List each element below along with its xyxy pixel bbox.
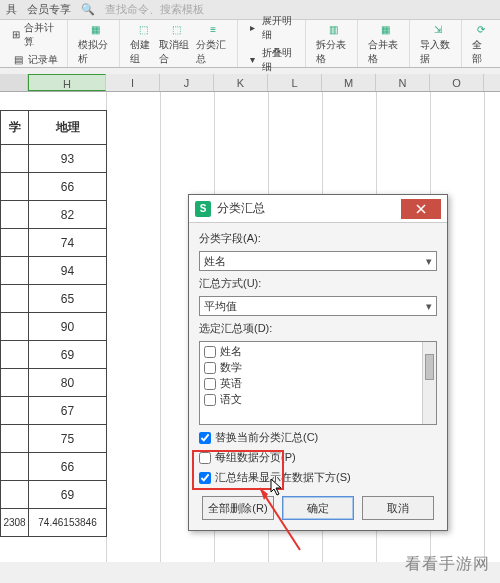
ok-button[interactable]: 确定	[282, 496, 354, 520]
cell[interactable]: 67	[29, 397, 107, 425]
ungroup-button[interactable]: ⬚取消组合	[159, 22, 194, 66]
footer-H[interactable]: 74.46153846	[29, 509, 107, 537]
col-M[interactable]: M	[322, 74, 376, 91]
cell[interactable]: 69	[29, 341, 107, 369]
ungroup-icon: ⬚	[168, 22, 184, 38]
import-data-button[interactable]: ⇲导入数据	[420, 22, 455, 66]
cell[interactable]: 93	[29, 145, 107, 173]
subtotal-icon: ≡	[205, 22, 221, 38]
simulate-icon: ▦	[88, 22, 104, 38]
pagebreak-checkbox-row[interactable]: 每组数据分页(P)	[199, 450, 437, 465]
cell[interactable]: 94	[29, 257, 107, 285]
replace-checkbox[interactable]	[199, 432, 211, 444]
chevron-down-icon: ▾	[426, 300, 432, 313]
cell[interactable]: 65	[29, 285, 107, 313]
method-value: 平均值	[204, 299, 237, 314]
header-left[interactable]: 学	[1, 111, 29, 145]
cell[interactable]: 66	[29, 173, 107, 201]
refresh-all-button[interactable]: ⟳全部	[472, 22, 490, 66]
tab-member[interactable]: 会员专享	[27, 2, 71, 17]
item-checkbox[interactable]	[204, 394, 216, 406]
replace-checkbox-row[interactable]: 替换当前分类汇总(C)	[199, 430, 437, 445]
scrollbar[interactable]	[422, 342, 436, 424]
method-select[interactable]: 平均值 ▾	[199, 296, 437, 316]
create-group-button[interactable]: ⬚创建组	[130, 22, 156, 66]
list-item: 语文	[204, 392, 432, 407]
collapse-icon: ▾	[250, 54, 260, 66]
subtotal-button[interactable]: ≡分类汇总	[196, 22, 231, 66]
hide-detail-button[interactable]: ▾折叠明细	[248, 45, 299, 75]
app-logo-icon: S	[195, 201, 211, 217]
item-checkbox[interactable]	[204, 362, 216, 374]
cell[interactable]: 69	[29, 481, 107, 509]
below-checkbox-row[interactable]: 汇总结果显示在数据下方(S)	[199, 470, 437, 485]
chevron-down-icon: ▾	[426, 255, 432, 268]
cell[interactable]: 80	[29, 369, 107, 397]
tab-tools[interactable]: 具	[6, 2, 17, 17]
close-icon	[416, 204, 426, 214]
record-icon: ▤	[14, 54, 26, 66]
col-L[interactable]: L	[268, 74, 322, 91]
simulate-button[interactable]: ▦模拟分析	[78, 22, 113, 66]
merge-table-button[interactable]: ▦合并表格	[368, 22, 403, 66]
show-detail-button[interactable]: ▸展开明细	[248, 13, 299, 43]
dialog-title: 分类汇总	[217, 200, 401, 217]
col-J[interactable]: J	[160, 74, 214, 91]
field-select[interactable]: 姓名 ▾	[199, 251, 437, 271]
item-checkbox[interactable]	[204, 346, 216, 358]
cell[interactable]: 82	[29, 201, 107, 229]
cell[interactable]: 75	[29, 425, 107, 453]
subtotal-dialog: S 分类汇总 分类字段(A): 姓名 ▾ 汇总方式(U): 平均值 ▾ 选定汇总…	[188, 194, 448, 531]
split-table-button[interactable]: ▥拆分表格	[316, 22, 351, 66]
expand-icon: ▸	[250, 22, 260, 34]
col-H[interactable]: H	[28, 74, 106, 91]
cancel-button[interactable]: 取消	[362, 496, 434, 520]
merge-icon: ▦	[378, 22, 394, 38]
col-I[interactable]: I	[106, 74, 160, 91]
watermark: 看看手游网	[405, 554, 490, 575]
column-headers: H I J K L M N O	[0, 74, 500, 92]
group-icon: ⬚	[135, 22, 151, 38]
list-item: 英语	[204, 376, 432, 391]
merge-calc-icon: ⊞	[12, 29, 22, 41]
data-table[interactable]: 学 地理 93 66 82 74 94 65 90 69 80 67 75 66…	[0, 110, 107, 537]
cell[interactable]: 90	[29, 313, 107, 341]
footer-left[interactable]: 2308	[1, 509, 29, 537]
pagebreak-checkbox[interactable]	[199, 452, 211, 464]
merge-calc-button[interactable]: ⊞合并计算	[10, 20, 61, 50]
items-label: 选定汇总项(D):	[199, 321, 437, 336]
cell[interactable]: 66	[29, 453, 107, 481]
close-button[interactable]	[401, 199, 441, 219]
col-O[interactable]: O	[430, 74, 484, 91]
list-item: 数学	[204, 360, 432, 375]
ribbon: ⊞合并计算 ▤记录单 ▦模拟分析 ⬚创建组 ⬚取消组合 ≡分类汇总 ▸展开明细 …	[0, 20, 500, 68]
dialog-titlebar[interactable]: S 分类汇总	[189, 195, 447, 223]
item-checkbox[interactable]	[204, 378, 216, 390]
cell[interactable]: 74	[29, 229, 107, 257]
field-value: 姓名	[204, 254, 226, 269]
col-K[interactable]: K	[214, 74, 268, 91]
list-item: 姓名	[204, 344, 432, 359]
items-listbox[interactable]: 姓名 数学 英语 语文	[199, 341, 437, 425]
col-N[interactable]: N	[376, 74, 430, 91]
record-button[interactable]: ▤记录单	[12, 52, 60, 68]
remove-all-button[interactable]: 全部删除(R)	[202, 496, 274, 520]
split-icon: ▥	[325, 22, 341, 38]
import-icon: ⇲	[430, 22, 446, 38]
header-H[interactable]: 地理	[29, 111, 107, 145]
field-label: 分类字段(A):	[199, 231, 437, 246]
method-label: 汇总方式(U):	[199, 276, 437, 291]
refresh-icon: ⟳	[473, 22, 489, 38]
below-checkbox[interactable]	[199, 472, 211, 484]
search-placeholder[interactable]: 查找命令、搜索模板	[105, 2, 204, 17]
